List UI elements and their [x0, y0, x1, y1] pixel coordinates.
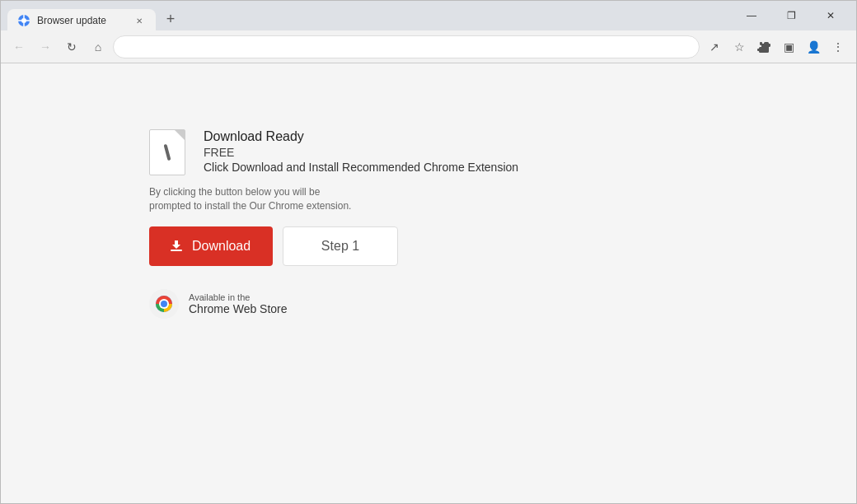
buttons-row: Download Step 1: [149, 226, 518, 266]
share-icon[interactable]: ↗: [703, 35, 726, 58]
chrome-web-store-badge: Available in the Chrome Web Store: [149, 289, 518, 319]
title-bar: Browser update ✕ + — ❐ ✕: [1, 1, 856, 30]
profile-icon[interactable]: 👤: [802, 35, 825, 58]
cws-available-label: Available in the: [189, 292, 288, 302]
download-button-label: Download: [192, 239, 251, 254]
close-button[interactable]: ✕: [812, 1, 850, 30]
refresh-button[interactable]: ↻: [60, 35, 83, 58]
forward-button[interactable]: →: [34, 35, 57, 58]
cws-text-block: Available in the Chrome Web Store: [189, 292, 288, 315]
tab-title: Browser update: [37, 15, 126, 26]
info-row: Download Ready FREE Click Download and I…: [149, 129, 518, 179]
tab-close-button[interactable]: ✕: [133, 14, 146, 27]
main-content: Download Ready FREE Click Download and I…: [149, 129, 518, 319]
svg-point-6: [161, 301, 167, 307]
tab-favicon-icon: [17, 14, 30, 27]
maximize-button[interactable]: ❐: [772, 1, 810, 30]
tab-bar: Browser update ✕ +: [7, 1, 729, 30]
address-input[interactable]: [113, 35, 700, 58]
free-label: FREE: [204, 146, 518, 159]
download-ready-title: Download Ready: [204, 129, 518, 144]
info-text-block: Download Ready FREE Click Download and I…: [204, 129, 518, 174]
info-description: Click Download and Install Recommended C…: [204, 161, 518, 174]
step1-button[interactable]: Step 1: [283, 226, 398, 266]
download-icon: [169, 239, 184, 254]
download-button[interactable]: Download: [149, 226, 273, 266]
address-bar-row: ← → ↻ ⌂ ↗ ☆ ▣ 👤 ⋮: [1, 30, 856, 63]
new-tab-button[interactable]: +: [159, 7, 182, 30]
svg-rect-2: [171, 250, 182, 251]
window-controls: — ❐ ✕: [733, 1, 850, 30]
back-button[interactable]: ←: [7, 35, 30, 58]
home-button[interactable]: ⌂: [87, 35, 110, 58]
bookmark-icon[interactable]: ☆: [728, 35, 751, 58]
extensions-icon[interactable]: [752, 35, 775, 58]
toolbar-icons: ↗ ☆ ▣ 👤 ⋮: [703, 35, 850, 58]
chrome-logo-icon: [149, 289, 179, 319]
browser-window: Browser update ✕ + — ❐ ✕ ← → ↻ ⌂ ↗ ☆ ▣ 👤: [0, 0, 857, 504]
browser-tab[interactable]: Browser update ✕: [7, 9, 156, 32]
info-note: By clicking the button below you will be…: [149, 185, 363, 213]
cws-name-label: Chrome Web Store: [189, 302, 288, 315]
page-content: Download Ready FREE Click Download and I…: [1, 63, 856, 503]
file-icon: [149, 129, 190, 179]
menu-icon[interactable]: ⋮: [827, 35, 850, 58]
svg-point-1: [21, 18, 26, 23]
minimize-button[interactable]: —: [733, 1, 770, 30]
sidebar-icon[interactable]: ▣: [777, 35, 800, 58]
